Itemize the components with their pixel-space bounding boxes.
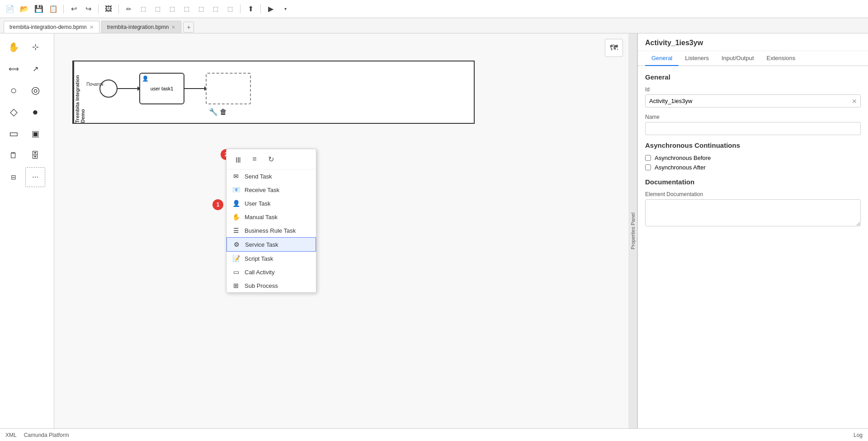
tab-integration-close[interactable]: ✕ (171, 24, 175, 30)
task-button[interactable]: ▭ (4, 124, 24, 144)
map-overview-button[interactable]: 🗺 (605, 39, 623, 57)
lasso-tool-button[interactable]: ⟺ (4, 59, 24, 79)
import-image-button[interactable]: 🖼 (102, 3, 115, 15)
ctx-manual-task[interactable]: ✋ Manual Task (226, 210, 316, 224)
service-task-icon: ⚙ (232, 241, 241, 248)
ctx-call-activity[interactable]: ▭ Call Activity (226, 265, 316, 279)
hand-tool-button[interactable]: ✋ (4, 37, 24, 57)
redo-button[interactable]: ↪ (82, 3, 94, 15)
end-event-button[interactable]: ● (25, 102, 45, 122)
align-right-button[interactable]: ⬚ (166, 3, 179, 15)
select-tool-button[interactable]: ⊹ (25, 37, 45, 57)
id-label: Id (645, 86, 861, 93)
general-section-title: General (645, 73, 861, 81)
doc-textarea[interactable] (645, 199, 861, 226)
toolbar: 📄 📂 💾 📋 ↩ ↪ 🖼 ✏ ⬚ ⬚ ⬚ ⬚ ⬚ ⬚ ⬚ ⬆ ▶ ▾ (0, 0, 868, 18)
save-button[interactable]: 💾 (33, 3, 45, 15)
tab-demo-close[interactable]: ✕ (90, 24, 94, 30)
tool-row-2: ⟺ ↗ (4, 59, 50, 79)
async-before-label: Asynchronous Before (655, 155, 711, 161)
pool-button[interactable]: ⊟ (4, 167, 24, 187)
run-dropdown-button[interactable]: ▾ (279, 3, 292, 15)
subprocess-button[interactable]: ▣ (25, 124, 45, 144)
id-clear-button[interactable]: ✕ (852, 98, 857, 105)
draw-button[interactable]: ✏ (123, 3, 135, 15)
sep5 (260, 5, 261, 14)
ctx-service-task-label: Service Task (245, 241, 278, 248)
intermediate-event-button[interactable]: ◎ (25, 80, 45, 100)
start-event-button[interactable]: ○ (4, 80, 24, 100)
name-input-wrap (645, 122, 861, 135)
name-input[interactable] (645, 122, 861, 135)
doc-section-title: Documentation (645, 178, 861, 186)
props-tab-io[interactable]: Input/Output (715, 51, 760, 66)
tab-demo-bpmn[interactable]: trembita-integration-demo.bpmn ✕ (4, 21, 99, 33)
ctx-type-button[interactable]: ||| (232, 153, 245, 165)
delete-tool[interactable]: 🗑 (220, 108, 227, 116)
dist-v-button[interactable]: ⬚ (195, 3, 208, 15)
props-tab-listeners[interactable]: Listeners (679, 51, 715, 66)
ctx-loop-button[interactable]: ↻ (264, 153, 277, 165)
selected-task-box[interactable] (206, 73, 251, 104)
run-button[interactable]: ▶ (264, 3, 277, 15)
sep4 (240, 5, 241, 14)
status-left: XML Camunda Platform (5, 432, 69, 438)
ctx-sub-process-label: Sub Process (245, 282, 278, 289)
ctx-sub-process[interactable]: ⊞ Sub Process (226, 279, 316, 292)
ctx-script-task[interactable]: 📝 Script Task (226, 252, 316, 265)
export-button[interactable]: ⬆ (244, 3, 257, 15)
properties-panel-toggle[interactable]: Properties Panel (628, 33, 637, 428)
badge-1-number: 1 (217, 202, 220, 208)
props-tab-extensions[interactable]: Extensions (760, 51, 802, 66)
open-file-button[interactable]: 📂 (18, 3, 31, 15)
doc-field: Element Documentation (645, 191, 861, 228)
add-tab-button[interactable]: + (183, 22, 194, 33)
tool-row-3: ○ ◎ (4, 80, 50, 100)
bpmn-diagram: Trembita Integration Demo Початок 👤 user… (72, 61, 479, 305)
async-checkboxes: Asynchronous Before Asynchronous After (645, 155, 861, 171)
dist-h-button[interactable]: ⬚ (180, 3, 193, 15)
user-task-box[interactable]: 👤 user task1 (139, 73, 184, 104)
tool-row-5: ▭ ▣ (4, 124, 50, 144)
save-as-button[interactable]: 📋 (47, 3, 60, 15)
align-left-button[interactable]: ⬚ (137, 3, 150, 15)
id-input[interactable] (645, 94, 861, 108)
wrench-tool[interactable]: 🔧 (209, 108, 218, 116)
context-menu: ||| ≡ ↻ ✉ Send Task 📧 Receive Task 👤 Use… (226, 149, 316, 293)
async-after-checkbox[interactable] (645, 164, 651, 170)
expand-button[interactable]: ⬚ (209, 3, 222, 15)
group-button[interactable]: ⋯ (25, 167, 45, 187)
status-xml[interactable]: XML (5, 432, 17, 438)
ctx-user-task[interactable]: 👤 User Task (226, 197, 316, 210)
ctx-call-activity-label: Call Activity (245, 269, 274, 276)
note-button[interactable]: 🗒 (4, 145, 24, 165)
ctx-align-button[interactable]: ≡ (248, 153, 261, 165)
tabs-bar: trembita-integration-demo.bpmn ✕ trembit… (0, 18, 868, 33)
align-center-h-button[interactable]: ⬚ (151, 3, 164, 15)
ctx-send-task[interactable]: ✉ Send Task (226, 169, 316, 183)
ctx-receive-task[interactable]: 📧 Receive Task (226, 183, 316, 197)
ctx-manual-task-label: Manual Task (245, 214, 278, 220)
sep2 (98, 5, 99, 14)
name-label: Name (645, 114, 861, 120)
ctx-business-rule-task[interactable]: ☰ Business Rule Task (226, 224, 316, 237)
tool-row-4: ◇ ● (4, 102, 50, 122)
sep1 (63, 5, 64, 14)
async-before-row[interactable]: Asynchronous Before (645, 155, 861, 161)
new-file-button[interactable]: 📄 (4, 3, 16, 15)
canvas-area[interactable]: 🗺 Trembita Integration Demo Початок 👤 us… (54, 33, 628, 428)
async-after-row[interactable]: Asynchronous After (645, 164, 861, 171)
gateway-button[interactable]: ◇ (4, 102, 24, 122)
collapse-button[interactable]: ⬚ (224, 3, 236, 15)
props-tab-general[interactable]: General (645, 51, 679, 66)
async-before-checkbox[interactable] (645, 155, 651, 161)
undo-button[interactable]: ↩ (67, 3, 80, 15)
data-store-button[interactable]: 🗄 (25, 145, 45, 165)
connect-tool-button[interactable]: ↗ (25, 59, 45, 79)
status-log[interactable]: Log (854, 432, 863, 438)
left-tools-sidebar: ✋ ⊹ ⟺ ↗ ○ ◎ ◇ ● ▭ ▣ 🗒 🗄 ⊟ ⋯ (0, 33, 54, 428)
tab-integration-bpmn[interactable]: trembita-integration.bpmn ✕ (101, 21, 182, 33)
user-task-icon: 👤 (142, 75, 149, 82)
ctx-service-task[interactable]: ⚙ Service Task (226, 237, 316, 252)
badge-1: 1 (212, 199, 223, 210)
